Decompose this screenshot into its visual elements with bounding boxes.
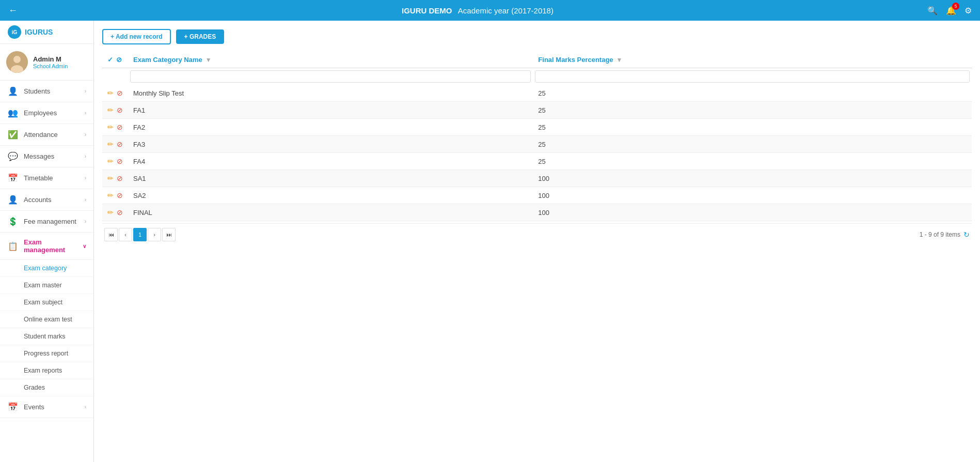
sidebar-item-employees[interactable]: 👥 Employees › [0, 102, 93, 124]
delete-button-3[interactable]: ⊘ [117, 140, 123, 148]
edit-button-2[interactable]: ✏ [107, 123, 114, 131]
filter-action-cell [102, 68, 128, 85]
sidebar-item-attendance[interactable]: ✅ Attendance › [0, 124, 93, 146]
table-row: ✏ ⊘ FA1 25 [102, 102, 972, 119]
user-name: Admin M [33, 55, 68, 63]
pag-prev-button[interactable]: ‹ [119, 228, 132, 241]
row-actions-6: ✏ ⊘ [102, 187, 128, 204]
table-row: ✏ ⊘ FINAL 100 [102, 204, 972, 221]
user-info: Admin M School Admin [33, 55, 68, 69]
timetable-label: Timetable [24, 174, 85, 182]
pag-first-button[interactable]: ⏮ [104, 228, 118, 241]
row-marks-5: 100 [533, 170, 972, 187]
row-name-7: FINAL [128, 204, 533, 221]
row-marks-0: 25 [533, 85, 972, 102]
sidebar-item-fee-management[interactable]: 💲 Fee management › [0, 211, 93, 233]
delete-button-0[interactable]: ⊘ [117, 89, 123, 97]
sub-item-student-marks[interactable]: Student marks [0, 328, 93, 345]
toolbar: + Add new record + GRADES [102, 29, 972, 44]
row-marks-7: 100 [533, 204, 972, 221]
filter-name-input[interactable] [130, 70, 531, 83]
filter-name-cell [128, 68, 533, 85]
delete-button-7[interactable]: ⊘ [117, 208, 123, 217]
data-table: ✓ ⊘ Exam Category Name ▼ Final Marks Per… [102, 52, 972, 221]
delete-button-5[interactable]: ⊘ [117, 174, 123, 182]
row-marks-2: 25 [533, 119, 972, 136]
sub-item-exam-reports[interactable]: Exam reports [0, 362, 93, 379]
pag-next-button[interactable]: › [148, 228, 161, 241]
pag-page-1-button[interactable]: 1 [133, 228, 147, 241]
col-name-label: Exam Category Name [133, 56, 202, 64]
sidebar-item-exam-management[interactable]: 📋 Exam management ∨ [0, 233, 93, 260]
events-arrow: › [85, 404, 86, 410]
table-row: ✏ ⊘ FA3 25 [102, 136, 972, 153]
row-actions-2: ✏ ⊘ [102, 119, 128, 136]
refresh-button[interactable]: ↻ [963, 230, 970, 239]
sidebar-item-students[interactable]: 👤 Students › [0, 81, 93, 102]
back-button[interactable]: ← [8, 5, 18, 16]
exam-label: Exam management [24, 238, 83, 254]
edit-button-0[interactable]: ✏ [107, 89, 114, 97]
accounts-icon: 👤 [7, 195, 19, 205]
delete-button-4[interactable]: ⊘ [117, 157, 123, 165]
marks-filter-icon[interactable]: ▼ [617, 56, 623, 64]
sub-item-progress-report[interactable]: Progress report [0, 345, 93, 362]
students-arrow: › [85, 88, 86, 94]
delete-button-2[interactable]: ⊘ [117, 123, 123, 131]
delete-button-1[interactable]: ⊘ [117, 106, 123, 114]
events-label: Events [24, 403, 85, 411]
accounts-label: Accounts [24, 196, 85, 204]
edit-button-3[interactable]: ✏ [107, 140, 114, 148]
pag-last-button[interactable]: ⏭ [162, 228, 176, 241]
row-name-6: SA2 [128, 187, 533, 204]
edit-button-5[interactable]: ✏ [107, 174, 114, 182]
user-role[interactable]: School Admin [33, 63, 68, 69]
row-actions-0: ✏ ⊘ [102, 85, 128, 102]
row-actions-3: ✏ ⊘ [102, 136, 128, 153]
header-title: IGURU DEMO Academic year (2017-2018) [28, 6, 927, 15]
edit-button-6[interactable]: ✏ [107, 191, 114, 199]
sidebar-item-accounts[interactable]: 👤 Accounts › [0, 189, 93, 211]
settings-button[interactable]: ⚙ [965, 6, 972, 16]
row-name-3: FA3 [128, 136, 533, 153]
sidebar-item-timetable[interactable]: 📅 Timetable › [0, 167, 93, 189]
sub-item-exam-subject[interactable]: Exam subject [0, 294, 93, 311]
row-marks-4: 25 [533, 153, 972, 170]
header-demo-text: IGURU DEMO [402, 6, 452, 15]
row-actions-7: ✏ ⊘ [102, 204, 128, 221]
row-actions-4: ✏ ⊘ [102, 153, 128, 170]
sidebar: iG IGURUS Admin M School Admin 👤 Stu [0, 21, 94, 462]
sidebar-nav: 👤 Students › 👥 Employees › ✅ Attendance … [0, 81, 93, 462]
filter-row [102, 68, 972, 85]
name-filter-icon[interactable]: ▼ [206, 56, 212, 64]
sub-item-grades[interactable]: Grades [0, 379, 93, 396]
table-row: ✏ ⊘ Monthly Slip Test 25 [102, 85, 972, 102]
timetable-arrow: › [85, 175, 86, 181]
search-icon-button[interactable]: 🔍 [927, 6, 938, 16]
table-row: ✏ ⊘ SA2 100 [102, 187, 972, 204]
employees-arrow: › [85, 110, 86, 116]
sub-item-exam-category[interactable]: Exam category [0, 260, 93, 277]
row-marks-1: 25 [533, 102, 972, 119]
sub-item-online-exam-test[interactable]: Online exam test [0, 311, 93, 328]
edit-button-1[interactable]: ✏ [107, 106, 114, 114]
add-new-record-button[interactable]: + Add new record [102, 29, 171, 44]
table-row: ✏ ⊘ FA2 25 [102, 119, 972, 136]
delete-button-6[interactable]: ⊘ [117, 191, 123, 199]
logo-text: IGURUS [25, 28, 53, 36]
edit-button-4[interactable]: ✏ [107, 157, 114, 165]
messages-label: Messages [24, 152, 85, 160]
sub-item-exam-master[interactable]: Exam master [0, 277, 93, 294]
sidebar-item-events[interactable]: 📅 Events › [0, 396, 93, 418]
grades-button[interactable]: + GRADES [176, 29, 225, 44]
accounts-arrow: › [85, 197, 86, 203]
students-label: Students [24, 87, 85, 95]
sidebar-item-messages[interactable]: 💬 Messages › [0, 146, 93, 167]
edit-button-7[interactable]: ✏ [107, 208, 114, 217]
fee-icon: 💲 [7, 217, 19, 226]
notification-button[interactable]: 🔔 5 [946, 6, 956, 16]
row-marks-3: 25 [533, 136, 972, 153]
sidebar-user: Admin M School Admin [0, 44, 93, 81]
table-row: ✏ ⊘ FA4 25 [102, 153, 972, 170]
filter-marks-input[interactable] [535, 70, 970, 83]
